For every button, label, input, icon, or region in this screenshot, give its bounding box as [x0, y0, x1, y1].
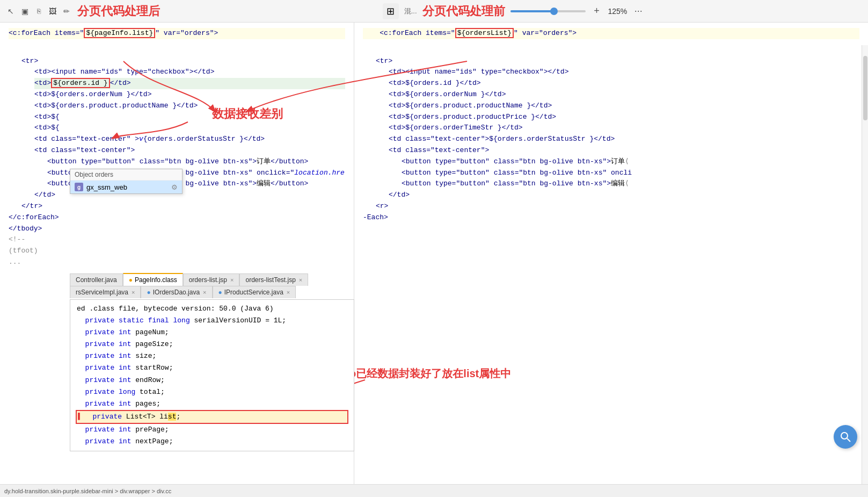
highlight-pageinfo: ${pageInfo.list} — [84, 28, 155, 38]
tab-product-service-close[interactable]: × — [287, 289, 290, 296]
copy-icon[interactable]: ⎘ — [33, 6, 44, 17]
td-status-left: <td class="text-center" >v{orders.orderS… — [34, 134, 345, 145]
compare-icon[interactable]: ⊞ — [383, 3, 399, 19]
tab-pageinfo[interactable]: ● PageInfo.class — [123, 273, 183, 286]
zoom-slider[interactable] — [510, 10, 586, 12]
tab-orders-list-test-close[interactable]: × — [299, 277, 302, 283]
tr-open-right: <tr> — [376, 56, 859, 67]
blank-line-r — [363, 45, 859, 56]
annotation-data-diff: 数据接收差别 — [212, 106, 283, 122]
select-icon[interactable]: ▣ — [19, 6, 30, 17]
right-panel: <c:forEach items="${ordersList}" var="or… — [354, 23, 868, 497]
tab-product-service[interactable]: ● IProductService.java × — [213, 286, 296, 298]
tabs-bar: Controller.java ● PageInfo.class orders-… — [70, 273, 308, 286]
more-button[interactable]: ··· — [632, 5, 644, 17]
td-id-left: <td>${orders.id }</td> — [34, 78, 345, 89]
tab-pageinfo-icon: ● — [129, 276, 133, 284]
status-bar: dy.hold-transition.skin-purple.sidebar-m… — [0, 484, 868, 497]
search-float-button[interactable] — [834, 425, 857, 449]
btn-order-left: <button type="button" class="btn bg-oliv… — [47, 156, 345, 168]
td-productname-right: <td>${orders.product.productName }</td> — [389, 100, 859, 112]
foreach-line-left: <c:forEach items="${pageInfo.list}" var=… — [9, 28, 345, 39]
code-line-9-highlighted: ▌ private List<T> list; — [76, 410, 348, 424]
code-line-8: private int pages; — [77, 398, 347, 410]
tab-product-service-icon: ● — [218, 289, 222, 296]
tab-orders-list-label: orders-list.jsp — [189, 276, 227, 284]
compare-label: 混... — [404, 6, 417, 16]
annotation-icon[interactable]: ✏ — [61, 6, 72, 17]
tab-product-service-label: IProductService.java — [224, 289, 283, 296]
td-statusstr-right: <td class="text-center">${orders.orderSt… — [389, 134, 859, 145]
tab-service-impl-close[interactable]: × — [132, 289, 135, 296]
svg-point-1 — [841, 433, 848, 439]
tab-orders-dao-close[interactable]: × — [203, 289, 206, 296]
tabs-bar-2: rsServiceImpl.java × ● IOrdersDao.java ×… — [70, 286, 296, 298]
td-input-left: <td><input name="ids" type="checkbox"></… — [34, 67, 345, 78]
warning-icon: ▌ — [78, 413, 82, 421]
class-header-line: ed .class file, bytecode version: 50.0 (… — [77, 303, 347, 315]
td-ordertimestr-right: <td>${orders.orderTimeStr }</td> — [389, 123, 859, 134]
code-line-2: private int pageNum; — [77, 327, 347, 338]
bottom-code-panel: ed .class file, bytecode version: 50.0 (… — [70, 299, 354, 451]
td-id-right: <td>${orders.id }</td> — [389, 78, 859, 89]
blank-line — [9, 45, 345, 56]
td-center-open-left: <td class="text-center"> — [34, 145, 345, 156]
zoom-level: 125% — [608, 7, 628, 16]
tab-orders-dao-label: IOrdersDao.java — [153, 289, 200, 296]
highlight-orderslist: ${ordersList} — [455, 28, 514, 38]
svg-line-2 — [847, 438, 850, 442]
tab-orders-dao-icon: ● — [147, 289, 150, 296]
tab-orders-list[interactable]: orders-list.jsp × — [183, 273, 240, 286]
code-line-11: private int nextPage; — [77, 436, 347, 448]
tr-open-left: <tr> — [21, 56, 345, 67]
foreach-close-right: -Each> — [363, 212, 859, 224]
autocomplete-item-icon: g — [75, 183, 83, 191]
slider-thumb[interactable] — [550, 8, 558, 15]
td-s1-left: <td>${ — [34, 112, 345, 123]
td-center-open-right: <td class="text-center"> — [389, 145, 859, 156]
title-left: 分页代码处理后 — [77, 3, 160, 19]
zoom-plus-button[interactable]: + — [591, 5, 603, 17]
tab-orders-list-close[interactable]: × — [230, 277, 234, 283]
tab-service-impl-label: rsServiceImpl.java — [76, 289, 128, 296]
autocomplete-item[interactable]: g gx_ssm_web ⚙ — [70, 181, 182, 193]
tab-orders-list-test[interactable]: orders-listTest.jsp × — [239, 273, 308, 286]
code-line-6: private int endRow; — [77, 374, 347, 386]
tr-close-left: </tr> — [21, 201, 345, 212]
btn-edit-right: <button type="button" class="btn bg-oliv… — [402, 178, 859, 190]
toolbar-left: ↖ ▣ ⎘ 🖼 ✏ 分页代码处理后 — [5, 3, 160, 19]
tab-controller-label: Controller.java — [76, 276, 117, 284]
tab-orders-dao[interactable]: ● IOrdersDao.java × — [141, 286, 212, 298]
image-icon[interactable]: 🖼 — [47, 6, 58, 17]
scrollbar[interactable] — [862, 45, 868, 497]
tag-foreach: <c:forEach items=" — [9, 29, 84, 37]
search-icon — [840, 431, 851, 443]
td-productname-left: <td>${orders.product.productName }</td> — [34, 100, 345, 112]
left-code-block: <c:forEach items="${pageInfo.list}" var=… — [9, 28, 345, 268]
tab-service-impl[interactable]: rsServiceImpl.java × — [70, 286, 141, 298]
td-ordernum-right: <td>${orders.orderNum }</td> — [389, 89, 859, 100]
tab-controller[interactable]: Controller.java — [70, 273, 123, 286]
autocomplete-header: Object orders — [70, 169, 182, 181]
code-line-10: private int prePage; — [77, 424, 347, 436]
autocomplete-header-text: Object orders — [75, 171, 113, 178]
class-header-text: ed .class file, bytecode version: 50.0 (… — [77, 305, 274, 313]
cursor-icon[interactable]: ↖ — [5, 6, 16, 17]
tab-orders-list-test-label: orders-listTest.jsp — [245, 276, 295, 284]
td-input-right: <td><input name="ids" type="checkbox"></… — [389, 67, 859, 78]
right-code-block: <c:forEach items="${ordersList}" var="or… — [363, 28, 859, 224]
toolbar-center: ⊞ 混... 分页代码处理前 + 125% ··· — [164, 3, 863, 19]
td-ordernum-left: <td>${orders.orderNum }</td> — [34, 89, 345, 100]
btn-order-right: <button type="button" class="btn bg-oliv… — [402, 156, 859, 168]
status-text: dy.hold-transition.skin-purple.sidebar-m… — [4, 488, 171, 494]
dots-left: ... — [9, 257, 345, 268]
td-productprice-right: <td>${orders.product.productPrice }</td> — [389, 112, 859, 123]
btn-onclick-right: <button type="button" class="btn bg-oliv… — [402, 168, 859, 179]
td-close-right: </td> — [389, 190, 859, 201]
foreach-close-left: </c:forEach> — [9, 212, 345, 224]
scrollbar-thumb[interactable] — [863, 56, 867, 120]
comment-left: <!-- — [9, 234, 345, 246]
autocomplete-settings-icon[interactable]: ⚙ — [171, 183, 178, 191]
autocomplete-item-label: gx_ssm_web — [86, 183, 127, 191]
title-right: 分页代码处理前 — [422, 3, 505, 19]
